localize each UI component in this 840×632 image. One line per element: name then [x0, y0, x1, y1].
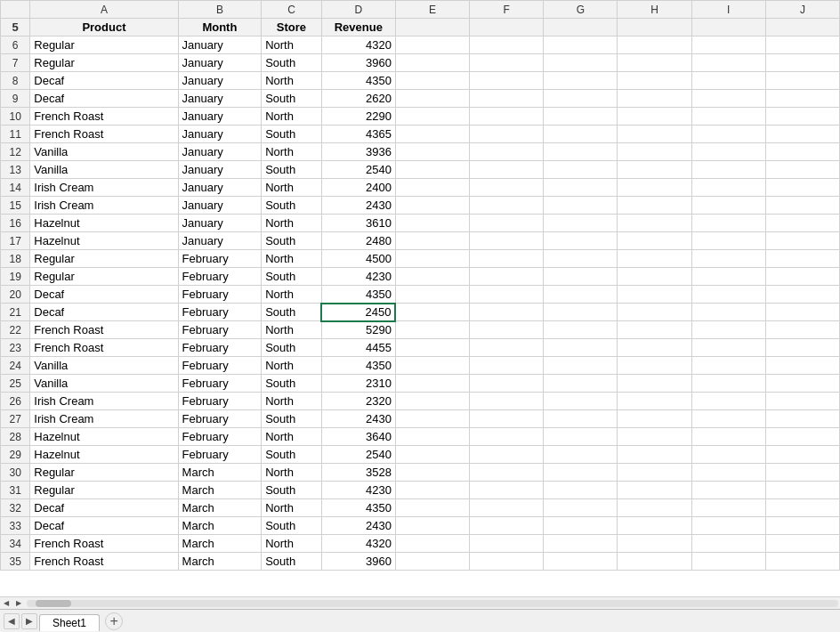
empty-cell-i[interactable]	[691, 215, 765, 232]
empty-cell-f[interactable]	[470, 428, 544, 446]
month-cell[interactable]: February	[178, 357, 262, 375]
empty-cell-i[interactable]	[691, 126, 765, 143]
month-cell[interactable]: January	[178, 36, 262, 54]
revenue-cell[interactable]: 2430	[321, 517, 395, 535]
empty-cell-g[interactable]	[544, 268, 618, 286]
month-cell[interactable]: January	[178, 90, 262, 108]
empty-cell-i[interactable]	[691, 428, 765, 446]
revenue-cell[interactable]: 4350	[321, 72, 395, 90]
revenue-cell[interactable]: 2540	[321, 161, 395, 179]
product-cell[interactable]: Regular	[30, 54, 178, 72]
sheet-nav-left[interactable]: ◀	[4, 613, 20, 629]
revenue-cell[interactable]: 4350	[321, 357, 395, 375]
empty-cell-g[interactable]	[544, 446, 618, 464]
store-cell[interactable]: North	[262, 250, 322, 268]
empty-cell-f[interactable]	[470, 304, 544, 321]
empty-cell-g[interactable]	[544, 54, 618, 72]
header-h[interactable]	[618, 19, 691, 36]
product-cell[interactable]: French Roast	[30, 339, 178, 357]
empty-cell-e[interactable]	[395, 357, 469, 375]
empty-cell-g[interactable]	[544, 304, 618, 321]
empty-cell-f[interactable]	[470, 464, 544, 482]
month-cell[interactable]: March	[178, 535, 262, 553]
store-cell[interactable]: North	[262, 535, 322, 553]
empty-cell-f[interactable]	[470, 72, 544, 90]
month-cell[interactable]: March	[178, 482, 262, 499]
store-cell[interactable]: South	[262, 268, 322, 286]
empty-cell-i[interactable]	[691, 286, 765, 304]
empty-cell-j[interactable]	[765, 268, 839, 286]
product-cell[interactable]: Vanilla	[30, 357, 178, 375]
revenue-cell[interactable]: 3528	[321, 464, 395, 482]
col-header-j[interactable]: J	[765, 1, 839, 19]
empty-cell-e[interactable]	[395, 90, 469, 108]
empty-cell-h[interactable]	[618, 446, 691, 464]
empty-cell-j[interactable]	[765, 428, 839, 446]
header-revenue[interactable]: Revenue	[321, 19, 395, 36]
revenue-cell[interactable]: 4230	[321, 268, 395, 286]
store-cell[interactable]: North	[262, 215, 322, 232]
empty-cell-f[interactable]	[470, 179, 544, 197]
header-i[interactable]	[691, 19, 765, 36]
empty-cell-i[interactable]	[691, 90, 765, 108]
product-cell[interactable]: French Roast	[30, 126, 178, 143]
month-cell[interactable]: February	[178, 446, 262, 464]
empty-cell-i[interactable]	[691, 36, 765, 54]
empty-cell-e[interactable]	[395, 304, 469, 321]
empty-cell-f[interactable]	[470, 90, 544, 108]
store-cell[interactable]: South	[262, 553, 322, 571]
header-product[interactable]: Product	[30, 19, 178, 36]
store-cell[interactable]: South	[262, 482, 322, 499]
empty-cell-j[interactable]	[765, 410, 839, 428]
empty-cell-i[interactable]	[691, 108, 765, 126]
empty-cell-h[interactable]	[618, 375, 691, 393]
product-cell[interactable]: Irish Cream	[30, 179, 178, 197]
empty-cell-g[interactable]	[544, 375, 618, 393]
empty-cell-e[interactable]	[395, 161, 469, 179]
empty-cell-e[interactable]	[395, 232, 469, 250]
month-cell[interactable]: February	[178, 428, 262, 446]
month-cell[interactable]: January	[178, 179, 262, 197]
month-cell[interactable]: January	[178, 126, 262, 143]
empty-cell-e[interactable]	[395, 428, 469, 446]
empty-cell-i[interactable]	[691, 535, 765, 553]
month-cell[interactable]: February	[178, 375, 262, 393]
store-cell[interactable]: South	[262, 54, 322, 72]
revenue-cell[interactable]: 3936	[321, 143, 395, 161]
store-cell[interactable]: North	[262, 393, 322, 410]
store-cell[interactable]: North	[262, 286, 322, 304]
scroll-right-arrow[interactable]: ▶	[12, 597, 25, 610]
product-cell[interactable]: French Roast	[30, 535, 178, 553]
store-cell[interactable]: North	[262, 428, 322, 446]
empty-cell-i[interactable]	[691, 268, 765, 286]
month-cell[interactable]: January	[178, 108, 262, 126]
empty-cell-e[interactable]	[395, 197, 469, 215]
empty-cell-j[interactable]	[765, 179, 839, 197]
revenue-cell[interactable]: 3960	[321, 553, 395, 571]
empty-cell-i[interactable]	[691, 410, 765, 428]
empty-cell-h[interactable]	[618, 482, 691, 499]
empty-cell-h[interactable]	[618, 410, 691, 428]
product-cell[interactable]: French Roast	[30, 553, 178, 571]
empty-cell-g[interactable]	[544, 393, 618, 410]
empty-cell-g[interactable]	[544, 535, 618, 553]
product-cell[interactable]: Decaf	[30, 90, 178, 108]
empty-cell-e[interactable]	[395, 464, 469, 482]
product-cell[interactable]: Irish Cream	[30, 410, 178, 428]
product-cell[interactable]: Vanilla	[30, 161, 178, 179]
empty-cell-e[interactable]	[395, 108, 469, 126]
month-cell[interactable]: February	[178, 286, 262, 304]
empty-cell-h[interactable]	[618, 143, 691, 161]
store-cell[interactable]: South	[262, 375, 322, 393]
revenue-cell[interactable]: 3640	[321, 428, 395, 446]
empty-cell-f[interactable]	[470, 482, 544, 499]
empty-cell-h[interactable]	[618, 464, 691, 482]
revenue-cell[interactable]: 2540	[321, 446, 395, 464]
empty-cell-j[interactable]	[765, 339, 839, 357]
month-cell[interactable]: February	[178, 339, 262, 357]
revenue-cell[interactable]: 4500	[321, 250, 395, 268]
revenue-cell[interactable]: 4350	[321, 499, 395, 517]
header-g[interactable]	[544, 19, 618, 36]
empty-cell-i[interactable]	[691, 375, 765, 393]
product-cell[interactable]: French Roast	[30, 108, 178, 126]
